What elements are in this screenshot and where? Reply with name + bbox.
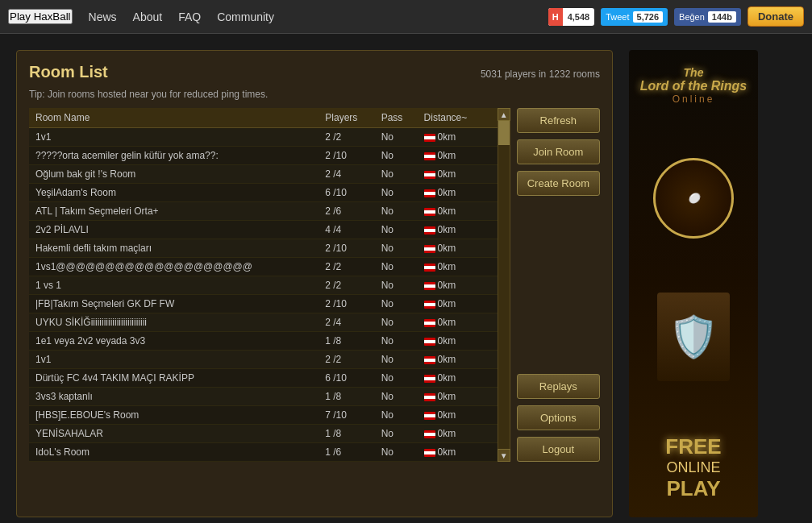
table-row[interactable]: YeşilAdam's Room 6 /10 No 0km [29, 184, 498, 202]
room-dist-cell: 0km [418, 406, 498, 425]
create-room-button[interactable]: Create Room [517, 171, 600, 196]
room-dist-cell: 0km [418, 184, 498, 202]
room-pass-cell: No [375, 351, 418, 369]
room-pass-cell: No [375, 128, 418, 147]
room-pass-cell: No [375, 147, 418, 165]
room-name-cell: 2v2 PİLAVLI [29, 221, 319, 239]
room-name-cell: |FB|Takım Seçmeleri GK DF FW [29, 295, 319, 313]
fb-label: Beğen [679, 12, 705, 22]
table-row[interactable]: 1 vs 1 2 /2 No 0km [29, 276, 498, 295]
refresh-button[interactable]: Refresh [517, 108, 600, 133]
room-name-cell: YeşilAdam's Room [29, 184, 319, 202]
room-players-cell: 1 /6 [319, 443, 374, 462]
ad-sidebar[interactable]: The Lord of the Rings Online ⚪ 🛡️ FREE O… [629, 50, 758, 517]
main-content: Room List 5031 players in 1232 rooms Tip… [0, 34, 812, 523]
room-players-cell: 2 /10 [319, 295, 374, 313]
room-pass-cell: No [375, 295, 418, 313]
table-row[interactable]: Oğlum bak git !'s Room 2 /4 No 0km [29, 165, 498, 184]
room-dist-cell: 0km [418, 351, 498, 369]
scrollbar[interactable]: ▲ ▼ [498, 108, 510, 462]
ad-warrior-area: 🛡️ [657, 293, 730, 381]
room-dist-cell: 0km [418, 313, 498, 332]
room-players-cell: 1 /8 [319, 332, 374, 351]
table-row[interactable]: Hakemli defli takım maçları 2 /10 No 0km [29, 239, 498, 258]
ad-online-text: ONLINE [665, 459, 721, 476]
options-button[interactable]: Options [517, 405, 600, 430]
flag-icon [424, 134, 435, 142]
table-row[interactable]: [HBS]E.EBOUE's Room 7 /10 No 0km [29, 406, 498, 425]
tweet-count: 5,726 [633, 11, 664, 23]
room-players-cell: 2 /2 [319, 276, 374, 295]
room-pass-cell: No [375, 202, 418, 221]
room-dist-cell: 0km [418, 295, 498, 313]
room-pass-cell: No [375, 406, 418, 425]
table-row[interactable]: 1e1 veya 2v2 veyada 3v3 1 /8 No 0km [29, 332, 498, 351]
table-row[interactable]: ?????orta acemiler gelin küfür yok ama??… [29, 147, 498, 165]
flag-icon [424, 171, 435, 179]
table-row[interactable]: UYKU SİKİĞiiiiiiiiiiiiiiiiiiiiiiiiii 2 /… [29, 313, 498, 332]
table-row[interactable]: |FB|Takım Seçmeleri GK DF FW 2 /10 No 0k… [29, 295, 498, 313]
tweet-badge[interactable]: Tweet 5,726 [601, 8, 668, 26]
flag-icon [424, 356, 435, 364]
ad-subtitle: Online [640, 93, 747, 105]
room-dist-cell: 0km [418, 443, 498, 462]
stats-text: 5031 players in 1232 rooms [481, 68, 600, 80]
logout-button[interactable]: Logout [517, 437, 600, 462]
room-pass-cell: No [375, 313, 418, 332]
room-name-cell: 1v1 [29, 128, 319, 147]
nav-about[interactable]: About [133, 10, 163, 23]
flag-icon [424, 430, 435, 438]
ad-image: The Lord of the Rings Online ⚪ 🛡️ FREE O… [629, 50, 758, 517]
room-pass-cell: No [375, 443, 418, 462]
room-players-cell: 2 /4 [319, 165, 374, 184]
table-row[interactable]: 1v1 2 /2 No 0km [29, 128, 498, 147]
flag-icon [424, 282, 435, 290]
col-header-pass: Pass [375, 108, 418, 128]
nav-faq[interactable]: FAQ [178, 10, 201, 23]
table-row[interactable]: IdoL's Room 1 /6 No 0km [29, 443, 498, 462]
room-name-cell: IdoL's Room [29, 443, 319, 462]
flag-icon [424, 152, 435, 160]
scroll-up-button[interactable]: ▲ [498, 108, 510, 121]
room-dist-cell: 0km [418, 221, 498, 239]
table-row[interactable]: 3vs3 kaptanlı 1 /8 No 0km [29, 388, 498, 406]
room-pass-cell: No [375, 332, 418, 351]
room-name-cell: [HBS]E.EBOUE's Room [29, 406, 319, 425]
room-name-cell: 1v1 [29, 351, 319, 369]
facebook-badge[interactable]: Beğen 144b [674, 8, 741, 26]
room-players-cell: 2 /2 [319, 258, 374, 276]
room-tbody: 1v1 2 /2 No 0km ?????orta acemiler gelin… [29, 128, 498, 462]
table-row[interactable]: 1vs1@@@@@@@@@@@@@@@@@@@@ 2 /2 No 0km [29, 258, 498, 276]
tip-text: Tip: Join rooms hosted near you for redu… [29, 89, 600, 100]
scroll-thumb[interactable] [498, 121, 510, 145]
header: Play HaxBall News About FAQ Community H … [0, 0, 812, 34]
room-table-wrapper: Room Name Players Pass Distance~ 1v1 2 /… [29, 108, 498, 462]
replays-button[interactable]: Replays [517, 374, 600, 399]
col-header-distance: Distance~ [418, 108, 498, 128]
logo-button[interactable]: Play HaxBall [8, 9, 73, 24]
flag-icon [424, 245, 435, 253]
scroll-down-button[interactable]: ▼ [498, 449, 510, 462]
table-row[interactable]: ATL | Takım Seçmeleri Orta+ 2 /6 No 0km [29, 202, 498, 221]
room-dist-cell: 0km [418, 147, 498, 165]
table-row[interactable]: Dürtüç FC 4v4 TAKIM MAÇI RAKİPP 6 /10 No… [29, 369, 498, 388]
room-dist-cell: 0km [418, 128, 498, 147]
table-row[interactable]: 2v2 PİLAVLI 4 /4 No 0km [29, 221, 498, 239]
flag-icon [424, 208, 435, 216]
nav-community[interactable]: Community [217, 10, 274, 23]
room-pass-cell: No [375, 221, 418, 239]
donate-button[interactable]: Donate [747, 6, 804, 27]
haxball-score-badge[interactable]: H 4,548 [548, 8, 594, 26]
room-name-cell: 1 vs 1 [29, 276, 319, 295]
ad-warrior-image: 🛡️ [657, 293, 730, 381]
flag-icon [424, 375, 435, 383]
table-row[interactable]: YENİSAHALAR 1 /8 No 0km [29, 425, 498, 443]
flag-icon [424, 319, 435, 327]
room-players-cell: 1 /8 [319, 388, 374, 406]
table-row[interactable]: 1v1 2 /2 No 0km [29, 351, 498, 369]
nav-news[interactable]: News [89, 10, 117, 23]
join-room-button[interactable]: Join Room [517, 139, 600, 164]
room-dist-cell: 0km [418, 276, 498, 295]
room-dist-cell: 0km [418, 165, 498, 184]
fb-count: 144b [708, 11, 736, 23]
